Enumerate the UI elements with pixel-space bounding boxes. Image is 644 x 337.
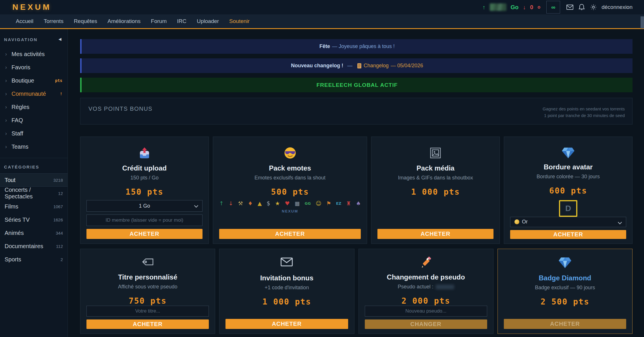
acheter-button[interactable]: ACHETER bbox=[86, 229, 203, 239]
emote-down-arrow: ↓ bbox=[229, 201, 233, 206]
category-count: 12 bbox=[58, 191, 63, 196]
member-id-input[interactable] bbox=[86, 215, 203, 226]
card-price: 1 000 pts bbox=[377, 187, 493, 197]
sidebar-categories-title: CATÉGORIES bbox=[0, 164, 68, 169]
card-price: 2 000 pts bbox=[365, 296, 487, 306]
logout-link[interactable]: déconnexion bbox=[601, 4, 633, 10]
category-films[interactable]: Films 1067 bbox=[0, 200, 68, 213]
nav-tab-soutenir[interactable]: Soutenir bbox=[229, 18, 250, 24]
sidebar-item-communaute[interactable]: › Communauté ! bbox=[0, 87, 68, 100]
acheter-button[interactable]: ACHETER bbox=[86, 319, 209, 329]
card-price: 150 pts bbox=[86, 187, 203, 197]
chevron-right-icon: › bbox=[5, 117, 7, 123]
emote-tent: ▲ bbox=[258, 201, 262, 206]
sidebar-item-favoris[interactable]: › Favoris bbox=[0, 61, 68, 74]
shop-card-invitation-bonus: Invitation bonus +1 code d'invitation 1 … bbox=[219, 249, 354, 334]
nav-tab-requetes[interactable]: Requêtes bbox=[74, 18, 97, 24]
card-price: 500 pts bbox=[219, 187, 361, 197]
sunglasses-face-icon bbox=[219, 147, 361, 160]
card-title: Titre personnalisé bbox=[86, 273, 209, 281]
nav-tab-forum[interactable]: Forum bbox=[151, 18, 167, 24]
emote-star: ★ bbox=[275, 201, 280, 206]
upload-unit: Go bbox=[511, 4, 519, 11]
category-series-tv[interactable]: Séries TV 1626 bbox=[0, 213, 68, 226]
avatar-border-preview: D bbox=[559, 200, 577, 217]
acheter-button[interactable]: ACHETER bbox=[219, 229, 361, 239]
topbar: NEXUM ↑ Go ↓ 0 o ∞ déconnexion bbox=[0, 0, 644, 14]
emotes-watermark: NEXUM bbox=[219, 209, 361, 213]
category-sports[interactable]: Sports 2 bbox=[0, 253, 68, 266]
emote-bone: ⚒ bbox=[238, 201, 243, 206]
category-concerts-spectacles[interactable]: Concerts / Spectacles 12 bbox=[0, 187, 68, 200]
site-logo[interactable]: NEXUM bbox=[12, 3, 51, 12]
category-documentaires[interactable]: Documentaires 112 bbox=[0, 240, 68, 253]
acheter-button[interactable]: ACHETER bbox=[225, 319, 348, 329]
emote-card: ▦ bbox=[295, 201, 300, 206]
sidebar-item-faq[interactable]: › FAQ bbox=[0, 114, 68, 127]
acheter-button[interactable]: ACHETER bbox=[510, 230, 626, 239]
alert-badge: ! bbox=[60, 91, 62, 96]
upload-tray-icon bbox=[86, 147, 203, 160]
shop-card-pack-media: Pack média Images & GIFs dans la shoutbo… bbox=[371, 137, 500, 244]
label-tag-icon bbox=[86, 256, 209, 269]
bell-icon[interactable] bbox=[578, 3, 585, 11]
banner-changelog: Nouveau changelog ! — Changelog — 05/04/… bbox=[80, 58, 633, 73]
chevron-right-icon: › bbox=[5, 51, 7, 57]
nav-tab-torrents[interactable]: Torrents bbox=[44, 18, 63, 24]
topbar-user-area: ↑ Go ↓ 0 o ∞ déconnexion bbox=[483, 1, 633, 14]
chevron-right-icon: › bbox=[5, 144, 7, 150]
chevron-down-icon bbox=[618, 220, 622, 224]
new-pseudo-input[interactable] bbox=[365, 306, 487, 317]
emote-arrowhead: ♠ bbox=[356, 201, 361, 206]
category-count: 1067 bbox=[53, 204, 63, 209]
card-subtitle: Images & GIFs dans la shoutbox bbox=[377, 175, 493, 181]
category-count: 344 bbox=[56, 231, 63, 235]
nav-tab-accueil[interactable]: Accueil bbox=[16, 18, 33, 24]
upload-arrow-icon: ↑ bbox=[483, 4, 485, 11]
gear-icon[interactable] bbox=[590, 3, 597, 11]
acheter-button[interactable]: ACHETER bbox=[377, 229, 493, 239]
sidebar-item-boutique[interactable]: › Boutique pts bbox=[0, 74, 68, 87]
ratio-box[interactable]: ∞ bbox=[546, 1, 560, 14]
border-color-select[interactable]: Or bbox=[510, 217, 626, 227]
custom-title-input[interactable] bbox=[86, 306, 209, 317]
category-tout[interactable]: Tout 3218 bbox=[0, 173, 68, 187]
upload-amount-select[interactable]: 1 Go bbox=[86, 200, 203, 212]
card-title: Invitation bonus bbox=[225, 274, 348, 282]
sidebar-collapse-icon[interactable]: ◄ bbox=[57, 37, 62, 42]
nav-tab-uploader[interactable]: Uploader bbox=[197, 18, 219, 24]
scrollbar-thumb[interactable] bbox=[641, 16, 644, 28]
envelope-icon bbox=[225, 256, 348, 270]
chevron-right-icon: › bbox=[5, 131, 7, 137]
sidebar-item-staff[interactable]: › Staff bbox=[0, 127, 68, 140]
emote-firecracker: ♜ bbox=[346, 201, 351, 206]
sidebar-item-regles[interactable]: › Règles bbox=[0, 100, 68, 114]
scroll-icon bbox=[357, 63, 362, 69]
gold-color-dot bbox=[514, 219, 519, 224]
mail-icon[interactable] bbox=[566, 3, 574, 11]
acheter-button[interactable]: ACHETER bbox=[504, 319, 626, 329]
changelog-link[interactable]: Changelog bbox=[364, 63, 389, 69]
card-price: 1 000 pts bbox=[225, 297, 348, 307]
framed-picture-icon bbox=[377, 147, 493, 160]
card-title: Pack emotes bbox=[219, 164, 361, 172]
pts-badge: pts bbox=[55, 78, 62, 83]
emotes-row: ↑↓⚒♦▲$★♥▦GG☺⚑EZ♜♠ bbox=[219, 201, 361, 206]
card-subtitle: Affiché sous votre pseudo bbox=[86, 284, 209, 290]
emote-ez: EZ bbox=[336, 202, 341, 205]
nav-tab-ameliorations[interactable]: Améliorations bbox=[107, 18, 140, 24]
download-value: 0 bbox=[530, 4, 533, 11]
category-animes[interactable]: Animés 344 bbox=[0, 226, 68, 240]
changer-button[interactable]: CHANGER bbox=[365, 319, 487, 329]
category-count: 112 bbox=[56, 244, 63, 249]
points-info: Gagnez des points en seedant vos torrent… bbox=[543, 106, 625, 124]
nav-tab-irc[interactable]: IRC bbox=[177, 18, 186, 24]
pencil-icon bbox=[365, 256, 487, 269]
card-subtitle: Badge exclusif — 90 jours bbox=[504, 285, 626, 291]
sidebar-item-teams[interactable]: › Teams bbox=[0, 140, 68, 153]
card-subtitle: Bordure colorée — 30 jours bbox=[510, 174, 626, 180]
shop-card-changement-pseudo: Changement de pseudo Pseudo actuel : 2 0… bbox=[358, 249, 493, 334]
chevron-down-icon bbox=[194, 204, 198, 208]
upload-amount-redacted bbox=[490, 3, 506, 11]
sidebar-item-mes-activites[interactable]: › Mes activités bbox=[0, 47, 68, 61]
